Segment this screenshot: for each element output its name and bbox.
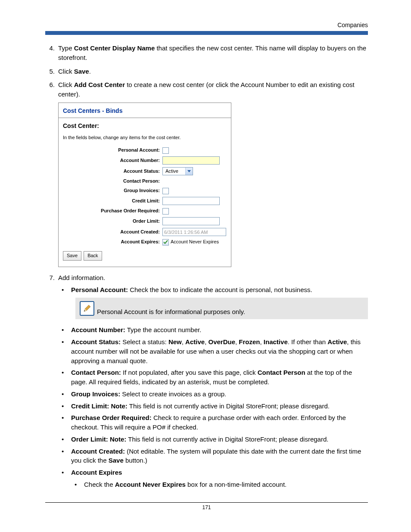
label-account-number: Account Number: (63, 157, 162, 164)
pencil-icon (80, 301, 94, 316)
panel-title: Cost Centers - Binds (59, 103, 231, 118)
cost-center-form-panel: Cost Centers - Binds Cost Center: In the… (58, 103, 231, 267)
label-never-expires-text: Account Never Expires (171, 239, 219, 246)
checkbox-personal-account[interactable] (162, 147, 169, 154)
footer-rule (45, 502, 368, 503)
bullet-order-limit: Order Limit: Note: This field is not cur… (58, 435, 368, 444)
step-4: Type Cost Center Display Name that speci… (45, 44, 368, 62)
select-account-status[interactable]: Active (162, 167, 193, 175)
note-callout: Personal Account is for informational pu… (75, 298, 368, 319)
checkbox-group-invoices[interactable] (162, 188, 169, 194)
label-group-invoices: Group Invoices: (63, 187, 162, 194)
input-account-created (162, 228, 226, 236)
page-number: 171 (45, 504, 368, 510)
bullet-account-expires: Account Expires Check the Account Never … (58, 468, 368, 489)
header-section: Companies (45, 22, 368, 28)
bullet-account-number: Account Number: Type the account number. (58, 325, 368, 335)
header-divider (45, 31, 368, 35)
label-order-limit: Order Limit: (63, 218, 162, 225)
label-personal-account: Personal Account: (63, 147, 162, 154)
label-account-status: Account Status: (63, 168, 162, 175)
bullet-personal-account: Personal Account: Check the box to indic… (58, 285, 368, 295)
bullet-contact-person: Contact Person: If not populated, after … (58, 368, 368, 387)
save-button[interactable]: Save (63, 251, 81, 261)
label-account-expires: Account Expires: (63, 239, 162, 246)
step-6: Click Add Cost Center to create a new co… (45, 80, 368, 267)
back-button[interactable]: Back (84, 251, 102, 261)
input-order-limit[interactable] (162, 217, 220, 225)
note-text: Personal Account is for informational pu… (97, 308, 245, 316)
label-po-required: Purchase Order Required: (63, 208, 162, 215)
select-status-value: Active (163, 168, 185, 175)
instruction-list: Type Cost Center Display Name that speci… (45, 44, 368, 489)
bullet-account-status: Account Status: Select a status: New, Ac… (58, 337, 368, 365)
bullet-group-invoices: Group Invoices: Select to create invoice… (58, 389, 368, 399)
input-credit-limit[interactable] (162, 197, 220, 205)
chevron-down-icon (185, 168, 193, 175)
panel-note: In the fields below, change any items fo… (59, 133, 231, 146)
bullet-account-created: Account Created: (Not editable. The syst… (58, 447, 368, 466)
label-contact-person: Contact Person: (63, 178, 162, 185)
bullet-credit-limit: Credit Limit: Note: This field is not cu… (58, 401, 368, 411)
panel-subtitle: Cost Center: (59, 118, 231, 133)
label-account-created: Account Created: (63, 229, 162, 236)
checkbox-po-required[interactable] (162, 208, 169, 215)
step-5: Click Save. (45, 67, 368, 76)
checkbox-account-never-expires[interactable] (162, 239, 169, 246)
label-credit-limit: Credit Limit: (63, 198, 162, 205)
bullet-po-required: Purchase Order Required: Check to requir… (58, 413, 368, 432)
bullet-never-expires: Check the Account Never Expires box for … (71, 480, 368, 489)
input-account-number[interactable] (162, 156, 220, 165)
step-7: Add information. Personal Account: Check… (45, 273, 368, 489)
